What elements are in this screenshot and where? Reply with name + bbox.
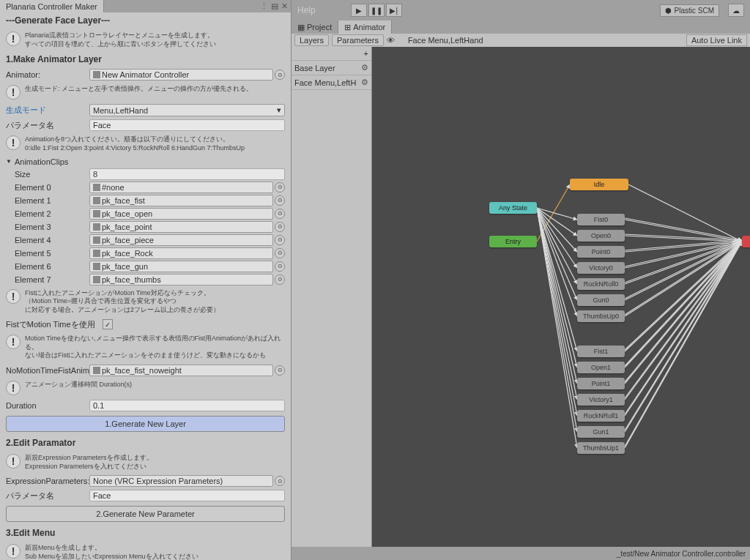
object-picker-icon[interactable]: ⊙ — [275, 476, 285, 486]
window-close-icon[interactable]: ✕ — [281, 1, 288, 11]
add-layer-button[interactable]: + — [364, 49, 368, 58]
fist-mt-label: FistでMotion Timeを使用 — [6, 319, 95, 330]
element-field[interactable]: pk_face_piece — [89, 234, 273, 246]
node-state[interactable]: RockNRoll1 — [577, 410, 625, 422]
project-tab[interactable]: ▦Project — [292, 20, 338, 34]
node-state[interactable]: Gun1 — [577, 426, 625, 438]
animator-toolbar: Layers Parameters 👁 Face Menu,LeftHand A… — [292, 34, 750, 47]
generate-layer-button[interactable]: 1.Generate New Layer — [6, 416, 285, 432]
size-label: Size — [15, 170, 86, 179]
element-field[interactable]: pk_face_gun — [89, 261, 273, 272]
node-state[interactable]: Fist0 — [577, 214, 625, 225]
info-icon: ! — [6, 381, 21, 395]
help-menu[interactable]: Help — [297, 5, 316, 15]
node-state[interactable]: ThumbsUp0 — [577, 310, 625, 322]
node-state[interactable]: Victory1 — [577, 394, 625, 406]
object-picker-icon[interactable]: ⊙ — [275, 275, 285, 285]
node-state[interactable]: Gun0 — [577, 294, 625, 306]
exp-params-field[interactable]: None (VRC Expression Parameters) — [89, 475, 273, 487]
object-picker-icon[interactable]: ⊙ — [275, 248, 285, 258]
gear-icon[interactable]: ⚙ — [361, 63, 368, 72]
node-state[interactable]: Victory0 — [577, 262, 625, 274]
plastic-scm-button[interactable]: ⬢ Plastic SCM — [660, 4, 719, 17]
animator-tab[interactable]: ⊞Animator — [338, 20, 392, 34]
element-field[interactable]: pk_face_thumbs — [89, 274, 273, 285]
anim-icon — [93, 263, 100, 270]
cloud-button[interactable]: ☁ — [728, 4, 744, 17]
param-label: パラメータ名 — [6, 120, 86, 131]
duration-label: Duration — [6, 401, 86, 410]
info-icon: ! — [6, 454, 21, 468]
layer-row[interactable]: Face Menu,LeftH⚙ — [292, 75, 371, 90]
svg-line-43 — [628, 184, 742, 242]
fist-mt-checkbox[interactable]: ✓ — [103, 319, 113, 329]
object-picker-icon[interactable]: ⊙ — [275, 261, 285, 272]
element-label: Element 0 — [15, 183, 86, 192]
node-state[interactable]: Point0 — [577, 246, 625, 258]
play-button[interactable]: ▶ — [351, 4, 367, 17]
layer-row[interactable]: Base Layer⚙ — [292, 61, 371, 75]
size-input[interactable]: 8 — [89, 168, 285, 180]
node-state[interactable]: RockNRoll0 — [577, 278, 625, 290]
layers-button[interactable]: Layers — [294, 34, 329, 46]
element-field[interactable]: pk_face_fist — [89, 195, 273, 206]
object-picker-icon[interactable]: ⊙ — [275, 209, 285, 219]
element-field[interactable]: pk_face_point — [89, 221, 273, 233]
anim-icon — [93, 276, 100, 283]
duration-input[interactable]: 0.1 — [89, 400, 285, 411]
generate-param-button[interactable]: 2.Generate New Parameter — [6, 506, 285, 522]
object-picker-icon[interactable]: ⊙ — [275, 365, 285, 376]
mode-dropdown[interactable]: Menu,LeftHand▾ — [89, 104, 285, 116]
pause-button[interactable]: ❚❚ — [368, 4, 385, 17]
element-label: Element 6 — [15, 262, 86, 271]
nomt-field[interactable]: pk_face_fist_noweight — [89, 365, 273, 376]
element-field[interactable]: #none — [89, 182, 273, 193]
object-picker-icon[interactable]: ⊙ — [275, 195, 285, 206]
element-field[interactable]: pk_face_open — [89, 208, 273, 220]
clips-info: Animationを8つ入れてください。順番は以下の通りにしてください。 0:i… — [25, 135, 245, 152]
node-idle[interactable]: Idle — [570, 179, 628, 190]
auto-live-link-button[interactable]: Auto Live Link — [686, 34, 747, 46]
eye-icon[interactable]: 👁 — [387, 36, 395, 45]
node-state[interactable]: Open0 — [577, 230, 625, 242]
node-state[interactable]: ThumbsUp1 — [577, 442, 625, 454]
object-picker-icon[interactable]: ⊙ — [275, 182, 285, 193]
element-label: Element 4 — [15, 236, 86, 244]
anim-icon — [93, 223, 100, 231]
node-state[interactable]: Open1 — [577, 362, 625, 373]
parameters-button[interactable]: Parameters — [332, 34, 384, 46]
node-state[interactable]: Fist1 — [577, 346, 625, 357]
animator-area: Help ▶ ❚❚ ▶| ⬢ Plastic SCM ☁ ▦Project ⊞A… — [292, 0, 750, 560]
top-menu-bar: Help ▶ ❚❚ ▶| ⬢ Plastic SCM ☁ — [292, 0, 750, 20]
breadcrumb[interactable]: Face Menu,LeftHand — [404, 36, 488, 45]
object-picker-icon[interactable]: ⊙ — [275, 70, 285, 80]
clips-foldout[interactable]: AnimationClips — [0, 156, 291, 168]
node-entry[interactable]: Entry — [489, 236, 537, 247]
param2-input[interactable]: Face — [89, 490, 285, 501]
state-graph[interactable]: Idle Any State Entry Exit Fist0Open0Poin… — [372, 47, 750, 547]
node-state[interactable]: Point1 — [577, 378, 625, 389]
element-label: Element 7 — [15, 275, 86, 284]
gear-icon[interactable]: ⚙ — [361, 78, 368, 87]
param-input[interactable]: Face — [89, 119, 285, 131]
object-picker-icon[interactable]: ⊙ — [275, 222, 285, 232]
node-exit[interactable]: Exit — [742, 236, 750, 247]
section1-title: 1.Make Animator Layer — [0, 51, 291, 67]
motiontime-info: Fistに入れたアニメーションがMotion Time対応ならチェック。 （Mo… — [25, 289, 220, 315]
step-button[interactable]: ▶| — [386, 4, 402, 17]
animator-field[interactable]: New Animator Controller — [89, 69, 273, 81]
chevron-down-icon: ▾ — [277, 105, 281, 115]
node-any-state[interactable]: Any State — [489, 202, 537, 214]
header-title: ---Generate Face Layer--- — [0, 12, 291, 29]
info-icon: ! — [6, 31, 21, 46]
section2-title: 2.Edit Paramator — [0, 435, 291, 451]
object-picker-icon[interactable]: ⊙ — [275, 235, 285, 245]
svg-line-38 — [625, 242, 742, 432]
controller-icon — [93, 71, 100, 78]
status-bar: _test/New Animator Controller.controller — [292, 547, 750, 560]
element-field[interactable]: pk_face_Rock — [89, 247, 273, 259]
window-tab[interactable]: Planaria Controller Maker — [0, 0, 104, 12]
window-menu-icon[interactable]: ⋮ — [260, 1, 268, 11]
window-dock-icon[interactable]: ▤ — [271, 1, 278, 11]
info-icon: ! — [6, 335, 21, 349]
